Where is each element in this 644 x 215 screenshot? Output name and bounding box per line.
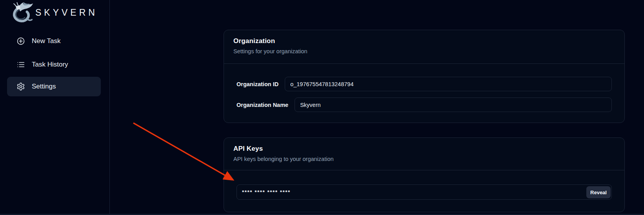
app-logo: SKYVERN: [10, 1, 98, 24]
reveal-button[interactable]: Reveal: [586, 186, 611, 198]
gear-icon: [16, 82, 25, 91]
organization-card-content: Organization ID Organization Name: [224, 64, 624, 112]
card-title: API Keys: [233, 145, 615, 153]
api-key-masked-input[interactable]: [236, 184, 612, 200]
organization-name-row: Organization Name: [236, 98, 612, 112]
organization-id-label: Organization ID: [236, 81, 278, 87]
sidebar-item-label: Task History: [32, 61, 68, 69]
organization-id-input[interactable]: [285, 77, 612, 91]
card-description: API keys belonging to your organization: [233, 156, 615, 162]
list-icon: [16, 60, 25, 69]
sidebar-item-task-history[interactable]: Task History: [7, 55, 101, 74]
sidebar-item-label: New Task: [32, 37, 60, 45]
organization-id-row: Organization ID: [236, 77, 612, 91]
sidebar-item-settings[interactable]: Settings: [7, 77, 101, 96]
card-title: Organization: [233, 37, 615, 45]
circle-plus-icon: [16, 37, 25, 45]
sidebar-item-new-task[interactable]: New Task: [7, 31, 101, 51]
app-logo-text: SKYVERN: [35, 7, 98, 18]
organization-name-label: Organization Name: [236, 102, 288, 108]
api-key-field-group: Reveal: [236, 184, 612, 200]
skyvern-dragon-logo-icon: [10, 1, 34, 24]
api-keys-card-header: API Keys API keys belonging to your orga…: [224, 138, 624, 170]
card-description: Settings for your organization: [233, 48, 615, 54]
sidebar-item-label: Settings: [32, 83, 56, 90]
organization-card: Organization Settings for your organizat…: [224, 30, 625, 123]
sidebar: SKYVERN New Task Task History Settings: [0, 0, 110, 215]
organization-name-input[interactable]: [295, 98, 612, 112]
organization-card-header: Organization Settings for your organizat…: [224, 30, 624, 63]
api-keys-card-content: Reveal: [224, 170, 624, 200]
api-keys-card: API Keys API keys belonging to your orga…: [224, 137, 625, 212]
